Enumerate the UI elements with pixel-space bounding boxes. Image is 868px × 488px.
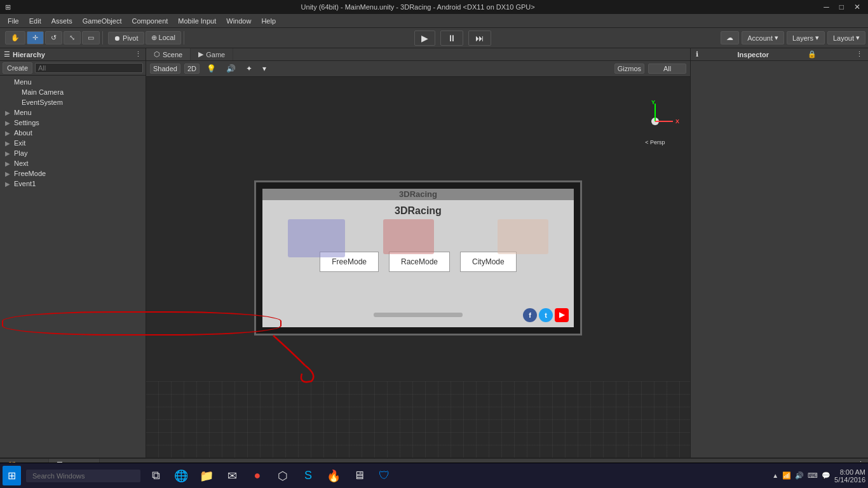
inspector-panel: ℹ Inspector 🔒 ⋮ bbox=[690, 48, 868, 458]
racemode-button[interactable]: RaceMode bbox=[389, 252, 450, 272]
list-item[interactable]: ▶ Next bbox=[0, 158, 146, 168]
hierarchy-menu-icon[interactable]: ⋮ bbox=[135, 50, 142, 58]
list-item[interactable]: ▶ Play bbox=[0, 148, 146, 158]
scene-search-input[interactable]: All bbox=[648, 64, 686, 74]
hand-tool-button[interactable]: ✋ bbox=[5, 31, 25, 44]
menu-mobile-input[interactable]: Mobile Input bbox=[173, 16, 221, 26]
hierarchy-create-button[interactable]: Create bbox=[3, 62, 32, 74]
taskbar-chevron-icon[interactable]: ▲ bbox=[772, 472, 778, 479]
keyboard-icon: ⌨ bbox=[808, 471, 818, 480]
game-tab-icon: ▶ bbox=[198, 50, 203, 58]
scale-tool-button[interactable]: ⤡ bbox=[64, 31, 81, 44]
list-item[interactable]: EventSystem bbox=[0, 97, 146, 107]
game-scrollbar[interactable] bbox=[374, 313, 463, 317]
hier-item-label: Menu bbox=[14, 109, 32, 116]
facebook-icon[interactable]: f bbox=[523, 308, 537, 322]
list-item[interactable]: ▶ Settings bbox=[0, 118, 146, 128]
cloud-button[interactable]: ☁ bbox=[721, 31, 739, 44]
toolbar: ✋ ✛ ↺ ⤡ ▭ ⏺ Pivot ⊕ Local ▶ ⏸ ⏭ ☁ Accoun… bbox=[0, 28, 868, 48]
hierarchy-title: Hierarchy bbox=[13, 51, 45, 58]
pivot-local-group: ⏺ Pivot ⊕ Local bbox=[105, 31, 184, 44]
menu-assets[interactable]: Assets bbox=[46, 16, 78, 26]
close-button[interactable]: ✕ bbox=[851, 3, 863, 11]
inspector-content bbox=[691, 61, 868, 458]
gizmo-persp-label: < Persp bbox=[645, 139, 665, 146]
game-tab[interactable]: ▶ Game bbox=[191, 48, 233, 60]
menu-help[interactable]: Help bbox=[256, 16, 281, 26]
taskbar-monitor-icon[interactable]: 🖥 bbox=[349, 466, 369, 486]
scene-tab[interactable]: ⬡ Scene bbox=[146, 48, 191, 60]
youtube-icon[interactable]: ▶ bbox=[555, 308, 569, 322]
layout-dropdown[interactable]: Layout ▾ bbox=[827, 31, 865, 44]
minimize-button[interactable]: ─ bbox=[821, 3, 832, 11]
menu-edit[interactable]: Edit bbox=[24, 16, 46, 26]
list-item[interactable]: ▶ FreeMode bbox=[0, 168, 146, 179]
taskbar-skype-icon[interactable]: S bbox=[298, 466, 318, 486]
network-icon: 📶 bbox=[782, 471, 791, 480]
rect-tool-button[interactable]: ▭ bbox=[82, 31, 100, 44]
list-item[interactable]: ▶ Menu bbox=[0, 107, 146, 118]
inspector-lock-icon[interactable]: 🔒 bbox=[808, 50, 817, 58]
list-item[interactable]: Menu bbox=[0, 77, 146, 87]
maximize-button[interactable]: □ bbox=[837, 3, 846, 11]
taskbar-chrome-icon[interactable]: ● bbox=[247, 466, 268, 486]
account-dropdown[interactable]: Account ▾ bbox=[742, 31, 784, 44]
list-item[interactable]: Main Camera bbox=[0, 87, 146, 97]
list-item[interactable]: ▶ Event1 bbox=[0, 179, 146, 189]
scene-options[interactable]: ▾ bbox=[259, 62, 269, 75]
citymode-button[interactable]: CityMode bbox=[460, 252, 517, 272]
scene-view[interactable]: 3DRacing 3DRacing FreeMode bbox=[146, 77, 690, 458]
hier-item-label: About bbox=[14, 129, 32, 137]
taskbar-mail-icon[interactable]: ✉ bbox=[222, 466, 242, 486]
list-item[interactable]: ▶ Exit bbox=[0, 138, 146, 148]
fx-toggle[interactable]: ✦ bbox=[243, 62, 255, 75]
pause-button[interactable]: ⏸ bbox=[440, 30, 463, 46]
time-block: 8:00 AM 5/14/2016 bbox=[834, 468, 865, 484]
light-toggle[interactable]: 💡 bbox=[203, 62, 219, 75]
arrow-icon: ▶ bbox=[5, 180, 11, 187]
notification-icon[interactable]: 💬 bbox=[822, 471, 831, 480]
menu-file[interactable]: File bbox=[3, 16, 24, 26]
step-button[interactable]: ⏭ bbox=[468, 30, 491, 46]
twitter-icon[interactable]: t bbox=[539, 308, 553, 322]
taskbar-search-input[interactable] bbox=[26, 470, 140, 482]
taskbar-blender-icon[interactable]: 🔥 bbox=[323, 466, 344, 486]
hierarchy-search-input[interactable] bbox=[35, 63, 143, 73]
hierarchy-toolbar: Create bbox=[0, 61, 146, 76]
pivot-button[interactable]: ⏺ Pivot bbox=[108, 32, 144, 44]
taskbar-shield-icon[interactable]: 🛡 bbox=[374, 466, 395, 486]
arrow-icon: ▶ bbox=[5, 140, 11, 147]
start-button[interactable]: ⊞ bbox=[3, 466, 21, 485]
gizmos-dropdown[interactable]: Gizmos bbox=[614, 64, 644, 74]
arrow-icon: ▶ bbox=[5, 150, 11, 157]
audio-toggle[interactable]: 🔊 bbox=[223, 62, 239, 75]
toolbar-right: ☁ Account ▾ Layers ▾ Layout ▾ bbox=[721, 31, 865, 44]
rotate-tool-button[interactable]: ↺ bbox=[45, 31, 62, 44]
scene-toolbar: Shaded 2D 💡 🔊 ✦ ▾ Gizmos All bbox=[146, 61, 690, 77]
play-button[interactable]: ▶ bbox=[414, 30, 435, 46]
window-title: Unity (64bit) - MainMenu.unity - 3DRacin… bbox=[15, 3, 821, 11]
menu-component[interactable]: Component bbox=[126, 16, 173, 26]
menu-window[interactable]: Window bbox=[221, 16, 256, 26]
center-area: ⬡ Scene ▶ Game Shaded 2D 💡 🔊 ✦ ▾ Gizmos … bbox=[146, 48, 690, 458]
taskbar-explorer-icon[interactable]: 📁 bbox=[196, 466, 217, 486]
taskbar-edge-icon[interactable]: 🌐 bbox=[171, 466, 191, 486]
taskbar: ⊞ ⧉ 🌐 📁 ✉ ● ⬡ S 🔥 🖥 🛡 ▲ 📶 🔊 ⌨ 💬 8:00 AM … bbox=[0, 463, 868, 488]
local-button[interactable]: ⊕ Local bbox=[146, 31, 181, 44]
shading-dropdown[interactable]: Shaded bbox=[150, 64, 180, 74]
menu-gameobject[interactable]: GameObject bbox=[78, 16, 127, 26]
hierarchy-panel: ☰ Hierarchy ⋮ Create Menu Main Camera Ev… bbox=[0, 48, 146, 458]
inspector-menu-icon[interactable]: ⋮ bbox=[856, 50, 863, 58]
taskbar-unity-icon[interactable]: ⬡ bbox=[273, 466, 293, 486]
menu-bar: File Edit Assets GameObject Component Mo… bbox=[0, 14, 868, 28]
2d-button[interactable]: 2D bbox=[184, 64, 200, 74]
move-tool-button[interactable]: ✛ bbox=[27, 31, 44, 44]
hierarchy-header: ☰ Hierarchy ⋮ bbox=[0, 48, 146, 61]
gizmo-x-line bbox=[655, 121, 673, 122]
taskbar-task-view[interactable]: ⧉ bbox=[146, 466, 166, 486]
hier-item-label: Settings bbox=[14, 119, 39, 126]
list-item[interactable]: ▶ About bbox=[0, 128, 146, 138]
volume-icon[interactable]: 🔊 bbox=[795, 471, 804, 480]
gizmo-x-label: X bbox=[675, 118, 679, 125]
layers-dropdown[interactable]: Layers ▾ bbox=[787, 31, 825, 44]
